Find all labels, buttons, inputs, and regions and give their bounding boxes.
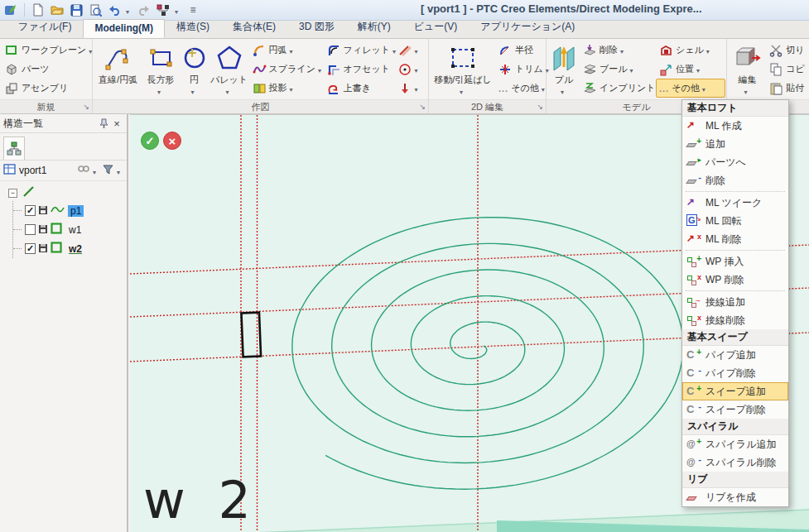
boolean-button[interactable]: ブール bbox=[580, 60, 656, 79]
construction-circle-button[interactable] bbox=[395, 60, 427, 79]
menu-item-ml-rotate[interactable]: ML 回転 bbox=[682, 212, 788, 230]
print-preview-button[interactable] bbox=[88, 2, 103, 17]
tree-label-p1[interactable]: p1 bbox=[68, 205, 84, 217]
undo-dropdown[interactable] bbox=[126, 2, 132, 17]
disk-icon bbox=[39, 205, 47, 217]
structure-tree-tab[interactable] bbox=[3, 137, 25, 160]
parts-button[interactable]: パーツ bbox=[2, 60, 99, 79]
menu-item-rib-create[interactable]: リブを作成 bbox=[682, 488, 788, 506]
tree-root-row[interactable] bbox=[8, 185, 127, 201]
tab-modeling[interactable]: Modeling(M) bbox=[83, 19, 165, 38]
filter-dropdown[interactable] bbox=[117, 163, 123, 178]
edit-button[interactable]: 編集 bbox=[729, 41, 766, 99]
menu-item-spiral-delete[interactable]: スパイラル削除 bbox=[682, 453, 788, 472]
arc-icon bbox=[253, 44, 267, 57]
cut-button[interactable]: 切り bbox=[766, 41, 808, 60]
circle-button[interactable]: 円 bbox=[180, 41, 209, 99]
pull-button[interactable]: プル bbox=[548, 41, 580, 99]
tab-3d-geometry[interactable]: 3D 図形 bbox=[287, 17, 346, 38]
menu-item-ml-tweak[interactable]: ML ツイーク bbox=[682, 194, 788, 212]
delete-3d-button[interactable]: 削除 bbox=[580, 41, 656, 60]
structure-panel: 構造一覧 × vport1 p1 bbox=[0, 114, 128, 532]
position-button[interactable]: 位置 bbox=[656, 60, 725, 79]
menu-item-pipe-add[interactable]: パイプ追加 bbox=[682, 346, 788, 364]
tab-application[interactable]: アプリケーション(A) bbox=[469, 17, 586, 38]
tab-structure[interactable]: 構造(S) bbox=[165, 17, 221, 38]
quick-access-toolbar bbox=[0, 2, 200, 17]
dialog-launcher[interactable] bbox=[419, 101, 426, 111]
construction-line-button[interactable] bbox=[395, 41, 427, 60]
redo-button[interactable] bbox=[137, 2, 152, 17]
app-logo-icon bbox=[3, 2, 18, 17]
imprint-button[interactable]: インプリント bbox=[580, 79, 656, 98]
menu-item-ml-create[interactable]: ML 作成 bbox=[682, 117, 788, 135]
cancel-button[interactable] bbox=[163, 132, 181, 150]
assembly-button[interactable]: アセンブリ bbox=[2, 79, 99, 98]
overwrite-button[interactable]: 上書き bbox=[324, 79, 395, 98]
menu-item-wp-delete[interactable]: WP 削除 bbox=[682, 271, 788, 289]
copy-icon bbox=[769, 63, 783, 76]
tree-row-w1[interactable]: w1 bbox=[13, 220, 127, 239]
w1-checkbox[interactable] bbox=[25, 224, 36, 235]
tree-label-w2[interactable]: w2 bbox=[66, 243, 84, 255]
fillet-button[interactable]: フィレット bbox=[324, 41, 395, 60]
tab-view[interactable]: ビュー(V) bbox=[402, 17, 470, 38]
pin-tool-button[interactable] bbox=[395, 79, 427, 98]
arc-button[interactable]: 円弧 bbox=[249, 41, 324, 60]
radius-button[interactable]: 半径 bbox=[495, 41, 545, 60]
overwrite-icon bbox=[327, 82, 341, 95]
p1-checkbox[interactable] bbox=[25, 205, 36, 216]
menu-separator bbox=[682, 248, 788, 252]
menu-item-to-part[interactable]: パーツへ bbox=[682, 153, 788, 171]
rectangle-button[interactable]: 長方形 bbox=[142, 41, 179, 99]
model-structure-icon[interactable] bbox=[156, 2, 171, 17]
menu-item-remove[interactable]: 削除 bbox=[682, 171, 788, 189]
close-icon[interactable]: × bbox=[110, 117, 123, 130]
new-document-button[interactable] bbox=[31, 2, 46, 17]
line-arc-button[interactable]: 直線/円弧 bbox=[94, 41, 142, 99]
menu-item-sweep-add[interactable]: スイープ追加 bbox=[682, 382, 788, 400]
dialog-launcher[interactable] bbox=[83, 101, 89, 111]
menu-item-ml-delete[interactable]: ML 削除 bbox=[682, 230, 788, 248]
w2-checkbox[interactable] bbox=[25, 243, 36, 254]
undo-button[interactable] bbox=[107, 2, 122, 17]
tab-assembly[interactable]: 集合体(E) bbox=[221, 17, 287, 38]
tree-row-w2[interactable]: w2 bbox=[13, 239, 127, 258]
more-2d-button[interactable]: ...その他 bbox=[495, 79, 545, 98]
menu-item-spiral-add[interactable]: スパイラル追加 bbox=[682, 435, 788, 453]
menu-header-spiral: スパイラル bbox=[682, 419, 788, 435]
open-button[interactable] bbox=[50, 2, 65, 17]
pin-icon[interactable] bbox=[97, 117, 110, 130]
dialog-launcher[interactable] bbox=[537, 101, 543, 111]
confirm-button[interactable] bbox=[141, 132, 159, 150]
collapse-icon[interactable] bbox=[8, 189, 17, 198]
workplane-button[interactable]: ワークプレーン bbox=[2, 41, 99, 60]
offset-button[interactable]: オフセット bbox=[324, 60, 395, 79]
save-button[interactable] bbox=[69, 2, 84, 17]
shell-button[interactable]: シェル bbox=[656, 41, 725, 60]
menu-item-wp-insert[interactable]: WP 挿入 bbox=[682, 252, 788, 271]
trim-button[interactable]: トリム bbox=[495, 60, 545, 79]
search-icon[interactable] bbox=[78, 163, 89, 178]
tree-label-w1[interactable]: w1 bbox=[66, 224, 84, 236]
copy-button[interactable]: コピ bbox=[766, 60, 808, 79]
sketch-rectangle[interactable] bbox=[241, 313, 261, 357]
structure-dropdown[interactable] bbox=[175, 2, 181, 17]
menu-item-add[interactable]: 追加 bbox=[682, 135, 788, 153]
paste-button[interactable]: 貼付 bbox=[766, 79, 808, 98]
more-model-button[interactable]: ...その他 bbox=[656, 79, 725, 98]
filter-icon[interactable] bbox=[103, 163, 113, 178]
search-dropdown[interactable] bbox=[93, 163, 99, 178]
menu-item-tangent-delete[interactable]: 接線削除 bbox=[682, 311, 788, 329]
menu-item-sweep-delete[interactable]: スイープ削除 bbox=[682, 400, 788, 419]
menu-item-tangent-add[interactable]: 接線追加 bbox=[682, 293, 788, 311]
menu-item-pipe-delete[interactable]: パイプ削除 bbox=[682, 364, 788, 382]
palette-button[interactable]: パレット bbox=[209, 41, 249, 99]
tab-analysis[interactable]: 解析(Y) bbox=[346, 17, 402, 38]
tree-row-p1[interactable]: p1 bbox=[13, 201, 127, 220]
tab-file[interactable]: ファイル(F) bbox=[7, 17, 83, 38]
spline-button[interactable]: スプライン bbox=[249, 60, 324, 79]
move-stretch-button[interactable]: 移動/引延ばし bbox=[431, 41, 495, 99]
projection-button[interactable]: 投影 bbox=[249, 79, 324, 98]
customize-toolbar-button[interactable] bbox=[185, 2, 200, 17]
